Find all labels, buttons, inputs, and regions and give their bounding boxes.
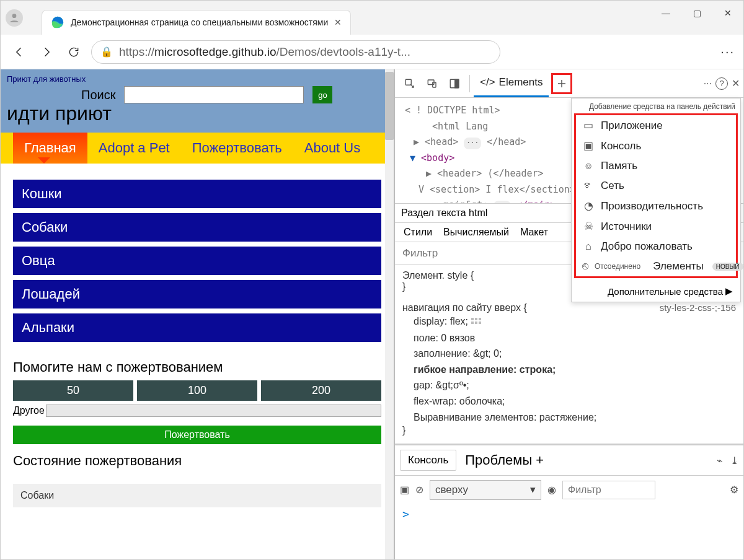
tab-close-icon[interactable]: ✕ <box>334 17 342 27</box>
search-input[interactable] <box>124 86 304 103</box>
devtools-panel: </> Elements ··· ? ✕ Добавление средства… <box>394 69 743 559</box>
url-text: https://microsoftedge.github.io/Demos/de… <box>119 45 410 59</box>
svg-rect-6 <box>455 79 459 88</box>
refresh-button[interactable] <box>64 42 84 62</box>
site-title: Приют для животных <box>7 74 388 84</box>
dropdown-footer[interactable]: Дополнительные средства▶ <box>572 281 740 302</box>
donate-amount-button[interactable]: 200 <box>261 380 381 401</box>
close-button[interactable]: ✕ <box>712 1 743 25</box>
svg-rect-12 <box>479 322 481 324</box>
flex-badge-icon[interactable] <box>471 314 482 330</box>
dropdown-item-detached[interactable]: ⎋ОтсоединеноЭлементыНОВЫЙ <box>576 256 736 276</box>
address-bar[interactable]: 🔒 https://microsoftedge.github.io/Demos/… <box>91 40 500 64</box>
issues-tab[interactable]: Проблемы + <box>465 452 544 468</box>
dropdown-header: Добавление средства на панель действий <box>572 98 740 113</box>
console-tab-drawer[interactable]: Консоль <box>400 450 456 471</box>
more-icon[interactable]: ··· <box>704 78 712 89</box>
category-item[interactable]: Альпаки <box>13 313 381 342</box>
status-heading: Состояние пожертвования <box>1 444 394 474</box>
svg-rect-7 <box>471 318 474 320</box>
forward-button[interactable] <box>37 42 56 62</box>
donate-amounts: 50 100 200 <box>1 380 394 401</box>
help-icon[interactable]: ? <box>715 77 728 90</box>
chevron-right-icon: ▶ <box>725 286 733 297</box>
console-prompt[interactable]: > <box>395 504 743 524</box>
back-button[interactable] <box>9 42 29 62</box>
dropdown-item-network[interactable]: ᯤСеть <box>576 176 736 196</box>
console-toolbar: ▣ ⊘ сверху▾ ◉ ⚙ <box>395 475 743 504</box>
status-item: Собаки <box>13 484 381 507</box>
context-select[interactable]: сверху▾ <box>430 480 541 500</box>
sidebar-toggle-icon[interactable]: ▣ <box>400 484 409 496</box>
profile-avatar[interactable] <box>6 9 23 27</box>
window-titlebar: Демонстрационная страница со специальным… <box>1 1 743 35</box>
browser-menu-button[interactable]: ··· <box>720 45 735 59</box>
nav-item-about[interactable]: About Us <box>293 133 372 164</box>
gauge-icon: ◔ <box>582 199 595 212</box>
donate-amount-button[interactable]: 100 <box>137 380 257 401</box>
inspect-icon[interactable] <box>399 78 421 89</box>
devtools-close-icon[interactable]: ✕ <box>732 77 740 89</box>
browser-toolbar: 🔒 https://microsoftedge.github.io/Demos/… <box>1 35 743 69</box>
search-label: Поиск <box>81 88 115 102</box>
styles-tab[interactable]: Стили <box>404 227 432 238</box>
lock-icon: 🔒 <box>100 46 113 58</box>
dropdown-item-performance[interactable]: ◔Производительность <box>576 196 736 216</box>
gear-icon[interactable]: ⚙ <box>730 484 738 496</box>
nav-item-adopt[interactable]: Adopt a Pet <box>87 133 181 164</box>
page-nav: Главная Adopt a Pet Пожертвовать About U… <box>1 133 394 164</box>
maximize-button[interactable]: ▢ <box>681 1 712 25</box>
application-icon: ▭ <box>582 119 595 132</box>
dropdown-item-memory[interactable]: ⌾Память <box>576 156 736 176</box>
bug-icon: ☠ <box>582 220 595 233</box>
layout-tab[interactable]: Макет <box>520 227 548 238</box>
svg-rect-9 <box>479 318 481 320</box>
dropdown-item-console[interactable]: ▣Консоль <box>576 136 736 156</box>
donate-amount-button[interactable]: 50 <box>13 380 133 401</box>
console-drawer-tabs: Консоль Проблемы + ⌁ ⤓ <box>395 444 743 475</box>
page-headline: идти приют <box>7 102 388 125</box>
category-item[interactable]: Собаки <box>13 213 381 242</box>
device-toggle-icon[interactable] <box>421 78 443 89</box>
dropdown-item-sources[interactable]: ☠Источники <box>576 216 736 237</box>
person-icon <box>8 12 20 24</box>
donate-button[interactable]: Пожертвовать <box>13 426 381 444</box>
svg-point-0 <box>12 14 17 18</box>
category-list: Кошки Собаки Овца Лошадей Альпаки <box>1 164 394 351</box>
console-icon: ▣ <box>582 139 595 152</box>
wifi-icon: ᯤ <box>582 180 595 192</box>
other-amount-input[interactable] <box>46 405 381 417</box>
add-tool-button[interactable] <box>551 73 572 94</box>
computed-tab[interactable]: Вычисляемый <box>443 227 509 238</box>
browser-tab[interactable]: Демонстрационная страница со специальным… <box>42 10 351 35</box>
breakpoint-icon[interactable]: ⌁ <box>717 455 723 466</box>
svg-rect-11 <box>475 322 477 324</box>
clear-icon[interactable]: ⊘ <box>415 484 423 496</box>
category-item[interactable]: Кошки <box>13 180 381 208</box>
home-icon: ⌂ <box>582 240 595 253</box>
tools-dropdown: Добавление средства на панель действий ▭… <box>571 98 741 302</box>
dock-drawer-icon[interactable]: ⤓ <box>730 455 738 466</box>
chevron-down-icon: ▾ <box>530 483 536 496</box>
tab-title: Демонстрационная страница со специальным… <box>71 17 328 27</box>
console-filter-input[interactable] <box>562 481 655 499</box>
dock-icon[interactable] <box>443 78 466 89</box>
go-button[interactable]: go <box>312 86 332 103</box>
minimize-button[interactable]: — <box>650 1 681 25</box>
dropdown-item-welcome[interactable]: ⌂Добро пожаловать <box>576 237 736 256</box>
dropdown-item-application[interactable]: ▭Приложение <box>576 115 736 136</box>
svg-rect-10 <box>471 322 474 324</box>
category-item[interactable]: Лошадей <box>13 280 381 308</box>
live-expr-icon[interactable]: ◉ <box>547 484 556 496</box>
page-scrollbar[interactable] <box>385 69 394 559</box>
window-controls: — ▢ ✕ <box>650 1 743 25</box>
category-item[interactable]: Овца <box>13 247 381 275</box>
edge-icon <box>51 15 64 29</box>
nav-item-donate[interactable]: Пожертвовать <box>181 133 293 164</box>
elements-tab[interactable]: </> Elements <box>474 69 549 97</box>
other-label: Другое <box>13 405 45 416</box>
detach-icon: ⎋ <box>582 260 588 273</box>
nav-item-home[interactable]: Главная <box>13 133 87 164</box>
page-viewport: Приют для животных Поиск go идти приют Г… <box>1 69 394 559</box>
code-icon: </> <box>480 76 495 89</box>
